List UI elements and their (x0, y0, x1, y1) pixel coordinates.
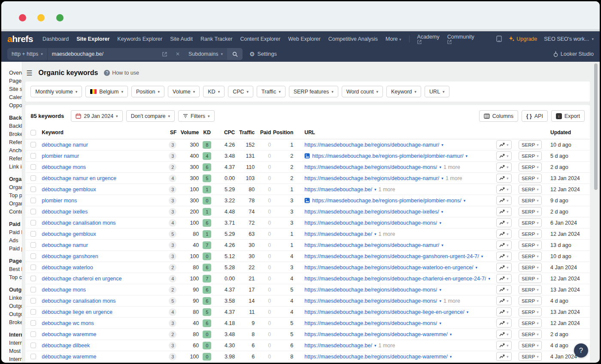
sidebar-item[interactable]: Referring domains (3, 138, 20, 146)
sidebar-item[interactable]: Paid pages (3, 244, 20, 253)
serp-button[interactable]: SERP ▾ (519, 207, 542, 216)
sidebar-item[interactable]: Top content (3, 273, 20, 281)
serp-button[interactable]: SERP ▾ (519, 274, 542, 283)
help-fab-button[interactable]: ? (574, 343, 588, 358)
scrollbar-thumb[interactable] (594, 63, 598, 190)
nav-item[interactable]: Site Audit (170, 36, 193, 42)
page-scrollbar[interactable] (593, 62, 598, 361)
serp-button[interactable]: SERP ▾ (519, 341, 542, 350)
nav-item[interactable]: Dashboard (42, 36, 69, 42)
position-history-button[interactable]: ▾ (496, 296, 512, 305)
filter-button[interactable]: Position ▾ (131, 86, 164, 97)
position-history-button[interactable]: ▾ (496, 330, 512, 339)
position-history-button[interactable]: ▾ (496, 229, 512, 238)
keyword-link[interactable]: plombier namur (42, 153, 79, 159)
sidebar-item[interactable]: Organic keywords (3, 183, 20, 191)
nav-item[interactable]: Web Explorer (288, 36, 321, 42)
scope-dropdown[interactable]: Subdomains ▾ (184, 48, 227, 60)
filter-button[interactable]: Volume ▾ (168, 86, 200, 97)
serp-button[interactable]: SERP ▾ (519, 352, 542, 361)
row-checkbox[interactable] (30, 253, 36, 259)
serp-button[interactable]: SERP ▾ (519, 185, 542, 194)
filter-button[interactable]: SERP features ▾ (289, 86, 338, 97)
url-link[interactable]: https://maesdebouchage.be/regions/debouc… (304, 164, 437, 170)
url-link[interactable]: https://maesdebouchage.be/regions/debouc… (304, 220, 437, 226)
row-checkbox[interactable] (30, 331, 36, 337)
row-checkbox[interactable] (30, 220, 36, 226)
keyword-link[interactable]: débouchage dilbeek (42, 343, 90, 349)
nav-item[interactable]: More ▾ (385, 36, 401, 42)
search-submit-button[interactable] (227, 48, 243, 60)
url-link[interactable]: https://maesdebouchage.be/ (304, 343, 372, 349)
keyword-link[interactable]: débouchage namur en urgence (42, 175, 116, 181)
how-to-use-link[interactable]: ? How to use (104, 70, 139, 76)
sidebar-item[interactable]: Content gap (3, 208, 20, 216)
col-header-position[interactable]: Position (271, 129, 293, 135)
sidebar-item[interactable]: Pages ▴ (3, 257, 20, 265)
serp-button[interactable]: SERP ▾ (519, 263, 542, 272)
chevron-down-icon[interactable]: ▾ (439, 221, 441, 225)
position-history-button[interactable]: ▾ (496, 241, 512, 250)
sidebar-item[interactable]: Opportunities (3, 101, 20, 109)
col-header-kd[interactable]: KD (199, 129, 215, 135)
row-checkbox[interactable] (30, 242, 36, 248)
export-button[interactable]: ↓ Export (551, 110, 585, 122)
sidebar-item[interactable]: Link intersect (3, 162, 20, 171)
serp-button[interactable]: SERP ▾ (519, 218, 542, 227)
sidebar-item[interactable]: Internal anchors (3, 355, 20, 363)
col-header-url[interactable]: URL (293, 129, 496, 135)
serp-button[interactable]: SERP ▾ (519, 151, 542, 160)
row-checkbox[interactable] (30, 320, 36, 326)
serp-button[interactable]: SERP ▾ (519, 252, 542, 261)
chevron-down-icon[interactable]: ▾ (481, 254, 483, 259)
position-history-button[interactable]: ▾ (496, 162, 512, 171)
position-history-button[interactable]: ▾ (496, 352, 512, 361)
filter-button[interactable]: Word count ▾ (342, 86, 383, 97)
chevron-down-icon[interactable]: ▾ (439, 288, 441, 292)
sidebar-item[interactable]: Paid search ▴ (3, 220, 20, 228)
url-link[interactable]: https://maesdebouchage.be/regions/debouc… (304, 309, 464, 315)
chevron-down-icon[interactable]: ▾ (466, 154, 468, 158)
url-link[interactable]: https://maesdebouchage.be/ (304, 187, 372, 193)
compare-dropdown[interactable]: Don't compare ▾ (126, 110, 175, 122)
chevron-down-icon[interactable]: ▾ (450, 355, 452, 359)
nav-external-link[interactable]: Academy (417, 34, 440, 44)
ahrefs-logo[interactable]: ahrefs (7, 34, 33, 44)
nav-item[interactable]: Keywords Explorer (117, 36, 162, 42)
keyword-link[interactable]: plombier mons (42, 198, 77, 204)
keyword-link[interactable]: débouchage waterloo (42, 265, 93, 271)
sidebar-item[interactable]: Broken backlinks (3, 130, 20, 138)
row-checkbox[interactable] (30, 354, 36, 359)
chevron-down-icon[interactable]: ▾ (441, 210, 443, 214)
filter-button[interactable]: URL ▾ (425, 86, 449, 97)
sidebar-item[interactable]: Backlinks (3, 122, 20, 130)
keyword-link[interactable]: débouchage waremme (42, 354, 96, 360)
serp-button[interactable]: SERP ▾ (519, 140, 542, 149)
window-close-button[interactable] (19, 14, 26, 21)
chevron-down-icon[interactable]: ▾ (450, 332, 452, 337)
upgrade-button[interactable]: Upgrade (509, 36, 537, 42)
row-checkbox[interactable] (30, 164, 36, 170)
sidebar-item[interactable]: Organic search ▴ (3, 175, 20, 183)
keyword-link[interactable]: debouchage namur (42, 242, 88, 248)
serp-button[interactable]: SERP ▾ (519, 174, 542, 183)
url-link[interactable]: https://maesdebouchage.be/regions/debouc… (304, 331, 448, 337)
sidebar-item[interactable]: Overview (3, 69, 20, 77)
select-all-checkbox[interactable] (30, 130, 36, 135)
keyword-link[interactable]: débouchage liege en urgence (42, 309, 112, 315)
filter-button[interactable]: Monthly volume ▾ (30, 86, 82, 97)
url-link[interactable]: https://maesdebouchage.be/regions/debouc… (304, 320, 437, 326)
col-header-sf[interactable]: SF (162, 129, 176, 135)
sidebar-item[interactable]: Best by links (3, 265, 20, 273)
url-link[interactable]: https://maesdebouchage.be/regions/debouc… (304, 265, 473, 271)
row-checkbox[interactable] (30, 343, 36, 348)
more-urls-label[interactable]: 1 more (446, 175, 462, 181)
clear-target-button[interactable]: ✕ (171, 48, 184, 60)
keyword-link[interactable]: débouchage ganshoren (42, 253, 98, 259)
position-history-button[interactable]: ▾ (496, 174, 512, 183)
sidebar-item[interactable]: Organic competitors (3, 199, 20, 208)
keyword-link[interactable]: débouchage charleroi en urgence (42, 276, 121, 282)
sidebar-item[interactable]: Anchors (3, 146, 20, 154)
url-link[interactable]: https://maesdebouchage.be/regions/debouc… (304, 276, 486, 282)
chevron-down-icon[interactable]: ▾ (441, 243, 443, 247)
